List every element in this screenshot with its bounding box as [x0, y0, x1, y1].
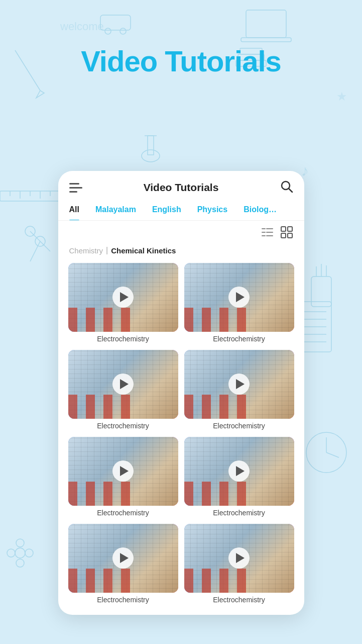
video-label-4: Electrochemistry: [184, 419, 294, 431]
svg-point-44: [282, 181, 290, 190]
menu-line-3: [69, 191, 77, 193]
menu-line-1: [69, 183, 79, 185]
play-button-1[interactable]: [112, 287, 134, 308]
play-button-8[interactable]: [228, 547, 250, 569]
svg-rect-54: [281, 233, 286, 238]
svg-rect-32: [311, 277, 331, 307]
video-thumb-3: [68, 350, 178, 419]
play-icon-2: [236, 292, 245, 302]
video-card-7[interactable]: Electrochemistry: [65, 521, 181, 608]
svg-line-45: [289, 189, 292, 193]
play-icon-1: [120, 292, 129, 302]
tab-english[interactable]: English: [144, 200, 189, 220]
svg-text:★: ★: [336, 89, 347, 103]
svg-marker-10: [36, 90, 44, 98]
play-icon-6: [236, 466, 245, 476]
svg-rect-53: [288, 227, 292, 231]
play-icon-7: [120, 553, 129, 563]
list-view-button[interactable]: [260, 227, 274, 240]
tab-biology[interactable]: Biolog…: [235, 200, 285, 220]
header-banner: Video Tutorials: [0, 45, 362, 77]
svg-rect-4: [246, 10, 286, 38]
svg-point-11: [142, 150, 160, 162]
play-button-2[interactable]: [228, 287, 250, 308]
play-button-5[interactable]: [112, 461, 134, 482]
video-thumb-7: [68, 524, 178, 593]
svg-point-31: [25, 549, 33, 557]
breadcrumb-current: Chemical Kinetics: [111, 246, 176, 255]
video-thumb-8: [184, 524, 294, 593]
video-label-1: Electrochemistry: [68, 332, 178, 344]
svg-point-3: [120, 28, 126, 34]
play-button-4[interactable]: [228, 374, 250, 395]
video-label-8: Electrochemistry: [184, 593, 294, 605]
app-card: Video Tutorials All Malayalam English Ph…: [58, 171, 304, 615]
svg-point-27: [15, 548, 25, 558]
video-card-3[interactable]: Electrochemistry: [65, 347, 181, 434]
breadcrumb-separator: |: [106, 246, 108, 255]
grid-view-button[interactable]: [280, 226, 293, 241]
video-thumb-1: [68, 263, 178, 332]
video-card-5[interactable]: Electrochemistry: [65, 434, 181, 521]
video-label-3: Electrochemistry: [68, 419, 178, 431]
play-button-6[interactable]: [228, 461, 250, 482]
play-icon-8: [236, 553, 245, 563]
search-button[interactable]: [280, 180, 293, 195]
play-button-7[interactable]: [112, 547, 134, 569]
svg-rect-5: [241, 38, 291, 42]
svg-text:welcome: welcome: [60, 20, 104, 33]
tab-malayalam[interactable]: Malayalam: [87, 200, 144, 220]
play-icon-4: [236, 379, 245, 389]
video-card-4[interactable]: Electrochemistry: [181, 347, 297, 434]
menu-button[interactable]: [69, 183, 82, 193]
play-icon-5: [120, 466, 129, 476]
svg-line-17: [30, 241, 40, 261]
menu-line-2: [69, 187, 82, 189]
video-card-6[interactable]: Electrochemistry: [181, 434, 297, 521]
app-title: Video Tutorials: [144, 181, 219, 194]
svg-point-2: [105, 28, 111, 34]
video-grid: Electrochemistry Electrochemistry Electr…: [58, 260, 304, 615]
tab-all[interactable]: All: [69, 200, 87, 220]
svg-point-30: [7, 549, 15, 557]
tabs-row: All Malayalam English Physics Biolog…: [58, 200, 304, 221]
video-thumb-5: [68, 437, 178, 506]
svg-text:♪: ♪: [301, 162, 309, 179]
play-button-3[interactable]: [112, 374, 134, 395]
video-card-1[interactable]: Electrochemistry: [65, 260, 181, 347]
svg-point-29: [16, 559, 24, 567]
video-thumb-2: [184, 263, 294, 332]
breadcrumb: Chemistry | Chemical Kinetics: [58, 244, 304, 260]
svg-rect-52: [281, 227, 286, 231]
video-card-8[interactable]: Electrochemistry: [181, 521, 297, 608]
video-thumb-4: [184, 350, 294, 419]
tab-physics[interactable]: Physics: [189, 200, 235, 220]
page-title: Video Tutorials: [0, 45, 362, 77]
top-bar: Video Tutorials: [58, 171, 304, 200]
video-card-2[interactable]: Electrochemistry: [181, 260, 297, 347]
svg-line-26: [326, 452, 339, 457]
breadcrumb-parent[interactable]: Chemistry: [69, 246, 103, 255]
svg-rect-12: [148, 136, 154, 155]
video-label-6: Electrochemistry: [184, 506, 294, 518]
video-thumb-6: [184, 437, 294, 506]
video-label-7: Electrochemistry: [68, 593, 178, 605]
svg-rect-1: [100, 15, 131, 30]
video-label-2: Electrochemistry: [184, 332, 294, 344]
svg-rect-55: [288, 233, 292, 238]
play-icon-3: [120, 379, 129, 389]
video-label-5: Electrochemistry: [68, 506, 178, 518]
svg-point-28: [16, 539, 24, 547]
view-toggle: [58, 221, 304, 244]
